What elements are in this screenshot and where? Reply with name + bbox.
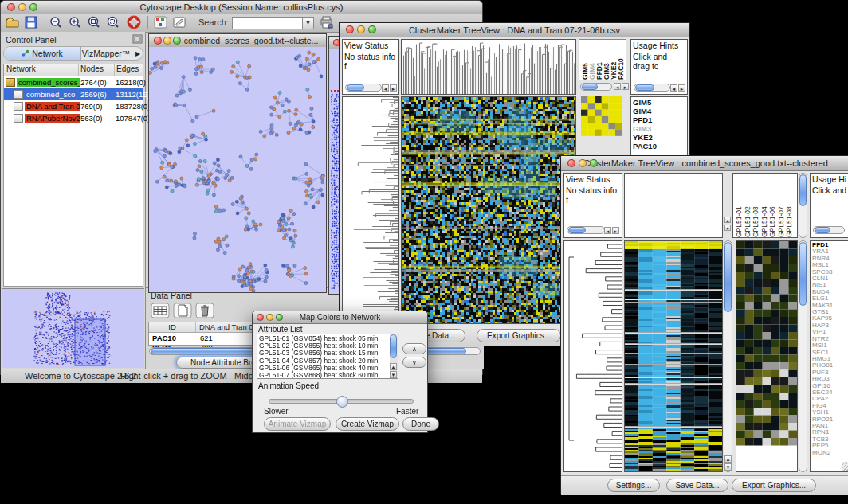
col-header-edges[interactable]: Edges [115,64,139,76]
scroll-right-arrow[interactable]: ▸ [390,84,397,92]
close-button[interactable] [346,25,354,33]
tv2-column-label[interactable]: GPL51-03 (GSM856) [751,174,760,237]
tv1-button-1[interactable]: Export Graphics... [477,329,561,342]
tv1-column-label[interactable]: PAC10 [617,40,624,80]
move-down-button[interactable]: ∨ [402,357,426,368]
done-button[interactable]: Done [402,417,439,431]
help-icon[interactable] [127,15,141,29]
save-icon[interactable] [25,16,37,29]
tab-network[interactable]: Network [4,47,81,60]
scroll-left-arrow[interactable]: ◂ [670,84,677,92]
tv2-column-label[interactable]: GPL51-02 (GSM855) [743,174,752,237]
minimize-button[interactable] [266,314,273,321]
tv1-row-label[interactable]: PAC10 [633,142,685,150]
tv1-row-label[interactable]: PFD1 [633,115,685,124]
data-col-id[interactable]: ID [149,322,196,332]
secondary-vscroll[interactable] [799,240,807,472]
vizmapper-icon[interactable] [154,16,167,29]
scroll-right-arrow[interactable]: ▸ [622,83,629,90]
tv2-labels-vscroll[interactable] [799,173,807,238]
close-button[interactable] [257,314,264,321]
network-row[interactable]: DNA and Tran 07769(0)183728(0) [4,100,143,112]
column-dendrogram-panel[interactable] [401,39,576,95]
animation-speed-slider[interactable] [269,399,414,404]
delete-attribute-icon[interactable] [195,303,214,318]
tv2-column-label[interactable]: GPL51-08 (GSM872) [784,174,793,237]
tv1-column-label[interactable]: GIM3 [603,40,610,80]
minimize-button[interactable] [163,37,171,45]
scroll-down-arrow[interactable]: ▼ [390,371,397,378]
view-status-hscroll[interactable] [345,84,382,92]
move-up-button[interactable]: ∧ [402,343,426,354]
heatmap-panel[interactable] [401,96,576,324]
attribute-item[interactable]: GPL51-07 (GSM868) heat shock 60 min [259,372,396,379]
select-attributes-icon[interactable] [151,303,170,318]
network-row[interactable]: RNAPuberNov2+563(0)107847(0) [4,112,143,124]
tv2-column-label[interactable]: GPL51-04 (GSM857) [760,174,768,237]
heatmap-canvas[interactable] [402,97,575,323]
knn-matrix-canvas[interactable] [581,96,622,136]
scroll-right-arrow[interactable]: ▸ [678,84,685,92]
secondary-heatmap-canvas[interactable] [736,241,797,471]
column-dendrogram-canvas[interactable] [402,40,575,94]
heatmap-canvas[interactable] [625,241,722,471]
zoom-button[interactable] [368,25,376,33]
tv2-button-1[interactable]: Save Data... [666,479,728,492]
tv1-labels-hscroll[interactable] [580,83,612,91]
tv1-column-label[interactable]: PFD1 [595,40,603,80]
zoom-fit-icon[interactable] [87,16,101,29]
tv1-row-label[interactable]: GIM4 [633,107,685,115]
network-row[interactable]: combined_scores_2764(0)16218(0) [4,76,143,88]
scroll-left-arrow[interactable]: ◂ [382,84,389,92]
main-titlebar[interactable]: Cytoscape Desktop (Session Name: collins… [1,1,482,14]
scroll-up-arrow[interactable]: ▲ [390,363,397,370]
animate-vizmap-button[interactable]: Animate Vizmap [264,417,331,431]
overview-canvas[interactable] [2,289,144,368]
tv2-column-label[interactable]: GPL51-07 (GSM868) [776,174,785,237]
attribute-list-vscroll[interactable]: ▲ ▼ [390,334,398,378]
tab-overflow-button[interactable]: ▶ [132,47,143,60]
resize-grip[interactable] [842,462,848,471]
close-button[interactable] [154,37,162,45]
zoom-button[interactable] [276,314,283,321]
float-panel-icon[interactable] [132,34,143,44]
row-dendrogram-canvas[interactable] [343,97,398,323]
tv2-button-2[interactable]: Export Graphics... [732,479,816,492]
tv1-row-label[interactable]: GIM3 [633,124,685,133]
heatmap-panel[interactable] [624,240,723,472]
row-dendrogram-panel[interactable] [342,96,399,324]
tab-vizmapper[interactable]: VizMapper™ [80,47,132,60]
zoom-button[interactable] [173,37,181,45]
create-vizmap-button[interactable]: Create Vizmap [336,417,399,431]
slider-thumb[interactable] [336,396,348,408]
secondary-heatmap-panel[interactable] [736,240,798,472]
open-file-icon[interactable] [6,16,20,29]
scroll-left-arrow[interactable]: ◂ [614,83,621,90]
usage-hints-hscroll[interactable] [634,84,670,92]
knn-matrix[interactable] [581,96,622,136]
scroll-right-arrow[interactable]: ▸ [612,227,619,234]
zoom-button[interactable] [29,3,37,11]
network-overview[interactable] [2,288,144,368]
export-icon[interactable] [320,15,334,29]
usage-hints-hscroll[interactable] [813,226,845,234]
tv2-column-label[interactable]: GPL51-01 (GSM854) [734,174,743,237]
tv1-row-label[interactable]: YKE2 [633,133,685,142]
scroll-up-arrow[interactable]: ▲ [724,455,732,463]
zoom-button[interactable] [590,159,598,167]
zoom-out-icon[interactable] [49,16,63,29]
scroll-down-arrow[interactable]: ▾ [724,225,731,231]
scroll-down-arrow[interactable]: ▼ [724,463,732,471]
tv1-column-label[interactable]: GIM4 [588,40,595,80]
zoom-in-icon[interactable] [68,16,82,29]
tv2-button-0[interactable]: Settings... [607,479,660,492]
scroll-up-arrow[interactable]: ▴ [724,217,731,223]
tv1-row-label[interactable]: GIM5 [633,98,685,107]
col-header-network[interactable]: Network [4,64,79,76]
close-button[interactable] [567,159,575,167]
new-attribute-icon[interactable] [173,303,192,318]
annotation-icon[interactable] [173,16,187,29]
tv2-column-label[interactable]: GPL51-06 (GSM865) [768,174,776,237]
tv1-column-label[interactable]: YKE2 [610,40,617,80]
row-dendrogram-panel[interactable] [563,240,622,472]
